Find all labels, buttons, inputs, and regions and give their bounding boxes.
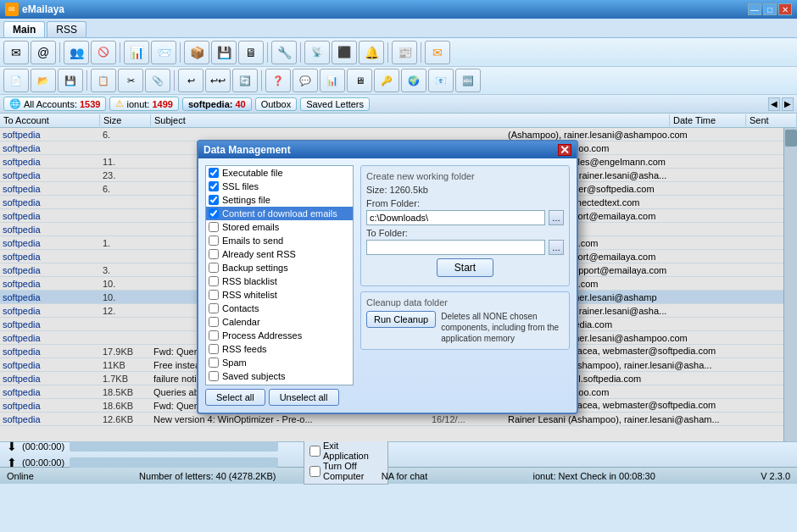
tb-email[interactable]: @: [31, 41, 56, 64]
tb2-copy[interactable]: 📋: [91, 69, 116, 92]
tb-tools[interactable]: 🔧: [271, 41, 297, 64]
checkbox-item[interactable]: Process Addresses: [206, 329, 353, 342]
to-folder-input[interactable]: [366, 240, 545, 255]
checkbox-15[interactable]: [209, 371, 219, 381]
tb2-email[interactable]: 📧: [428, 69, 454, 92]
checkbox-item[interactable]: SSL files: [206, 180, 353, 193]
checkbox-item[interactable]: Settings file: [206, 193, 353, 207]
checkbox-item[interactable]: Contacts: [206, 302, 353, 315]
tb2-font[interactable]: 🔤: [455, 69, 481, 92]
turn-off-checkbox[interactable]: [309, 466, 320, 477]
col-subject[interactable]: Subject: [151, 114, 670, 126]
account-softpedia[interactable]: softpedia: 40: [182, 97, 252, 111]
checkbox-11[interactable]: [209, 317, 219, 327]
checkbox-item[interactable]: Backup settings: [206, 261, 353, 274]
checkbox-item[interactable]: Stored emails: [206, 220, 353, 234]
app-title: eMailaya: [22, 3, 64, 15]
tb-rss1[interactable]: 📡: [304, 41, 330, 64]
tb2-reply-all[interactable]: ↩↩: [205, 69, 231, 92]
col-datetime[interactable]: Date Time: [670, 114, 746, 126]
tb2-monitor[interactable]: 🖥: [347, 69, 372, 92]
account-all-label: All Accounts:: [24, 99, 77, 109]
tb2-globe[interactable]: 🌍: [401, 69, 426, 92]
checkbox-7[interactable]: [209, 263, 219, 273]
dialog-close-button[interactable]: ✕: [558, 144, 571, 156]
select-all-button[interactable]: Select all: [205, 389, 265, 406]
checkbox-item[interactable]: Calendar: [206, 315, 353, 329]
checkbox-2[interactable]: [209, 195, 219, 205]
nav-prev[interactable]: ◀: [768, 97, 780, 111]
maximize-button[interactable]: □: [763, 3, 777, 15]
checkbox-item[interactable]: RSS feeds: [206, 342, 353, 356]
checkbox-10[interactable]: [209, 303, 219, 313]
window-controls: — □ ✕: [748, 3, 792, 15]
tb-spam[interactable]: 🚫: [91, 41, 116, 64]
tb2-new[interactable]: 📄: [3, 69, 29, 92]
checkbox-item[interactable]: Spam: [206, 356, 353, 369]
checkbox-item[interactable]: Saved subjects: [206, 369, 353, 383]
minimize-button[interactable]: —: [748, 3, 761, 15]
exit-app-check[interactable]: Exit Application: [309, 441, 382, 461]
unselect-all-button[interactable]: Unselect all: [269, 389, 339, 406]
from-folder-browse[interactable]: …: [549, 210, 564, 225]
tb-archive[interactable]: 📦: [184, 41, 209, 64]
tb2-cut[interactable]: ✂: [118, 69, 143, 92]
close-button[interactable]: ✕: [778, 3, 792, 15]
run-cleanup-button[interactable]: Run Cleanup: [366, 311, 436, 328]
checkbox-5[interactable]: [209, 236, 219, 246]
tb2-save[interactable]: 💾: [58, 69, 83, 92]
checkbox-4[interactable]: [209, 222, 219, 232]
tb-accounts[interactable]: 👥: [64, 41, 89, 64]
checkbox-item[interactable]: Executable file: [206, 166, 353, 180]
checkbox-13[interactable]: [209, 344, 219, 354]
tab-rss[interactable]: RSS: [47, 21, 86, 37]
tb2-chat[interactable]: 💬: [293, 69, 318, 92]
checkbox-14[interactable]: [209, 357, 219, 368]
tb-rss2[interactable]: ⬛: [332, 41, 357, 64]
checkbox-item[interactable]: Already sent RSS: [206, 247, 353, 261]
tab-main[interactable]: Main: [3, 21, 45, 37]
checkbox-3[interactable]: [209, 208, 219, 219]
checkbox-16[interactable]: [209, 385, 219, 385]
nav-next[interactable]: ▶: [782, 97, 794, 111]
tb2-refresh[interactable]: 🔄: [232, 69, 258, 92]
col-sent[interactable]: Sent: [746, 114, 797, 126]
tb2-attach[interactable]: 📎: [145, 69, 170, 92]
checkbox-item[interactable]: Content of download emails: [206, 207, 353, 220]
account-outbox[interactable]: Outbox: [255, 97, 297, 111]
checkbox-12[interactable]: [209, 330, 219, 341]
account-ionut[interactable]: ⚠ ionut: 1499: [109, 97, 178, 111]
account-saved[interactable]: Saved Letters: [300, 97, 370, 111]
tb-news[interactable]: 📰: [392, 41, 417, 64]
checkbox-item[interactable]: RSS whitelist: [206, 288, 353, 302]
tb-letter[interactable]: 📨: [151, 41, 176, 64]
tb-app-icon[interactable]: ✉: [425, 41, 450, 64]
checkbox-list[interactable]: Executable file SSL files Settings file …: [205, 165, 354, 385]
col-account[interactable]: To Account: [0, 114, 100, 126]
exit-app-checkbox[interactable]: [309, 446, 320, 457]
tb2-reply[interactable]: ↩: [178, 69, 203, 92]
checkbox-6[interactable]: [209, 249, 219, 259]
tb-compose[interactable]: ✉: [3, 41, 29, 64]
to-folder-browse[interactable]: …: [549, 240, 564, 255]
checkbox-9[interactable]: [209, 290, 219, 300]
tb2-open[interactable]: 📂: [31, 69, 56, 92]
checkbox-0[interactable]: [209, 168, 219, 178]
tb2-key[interactable]: 🔑: [374, 69, 399, 92]
tb2-help[interactable]: ❓: [265, 69, 291, 92]
tb2-chart[interactable]: 📊: [320, 69, 345, 92]
from-folder-input[interactable]: [366, 210, 545, 225]
checkbox-8[interactable]: [209, 276, 219, 286]
tb-bell[interactable]: 🔔: [359, 41, 384, 64]
start-button[interactable]: Start: [437, 258, 493, 277]
turn-off-check[interactable]: Turn Off Computer: [309, 461, 382, 481]
tb-drive[interactable]: 💾: [211, 41, 237, 64]
tb-stats[interactable]: 📊: [124, 41, 149, 64]
checkbox-item[interactable]: RSS blacklist: [206, 274, 353, 288]
tb-device[interactable]: 🖥: [238, 41, 264, 64]
col-size[interactable]: Size: [100, 114, 151, 126]
checkbox-item[interactable]: Emails to send: [206, 234, 353, 247]
account-all[interactable]: 🌐 All Accounts: 1539: [3, 97, 106, 111]
checkbox-item[interactable]: Current email list: [206, 383, 353, 385]
checkbox-1[interactable]: [209, 181, 219, 191]
